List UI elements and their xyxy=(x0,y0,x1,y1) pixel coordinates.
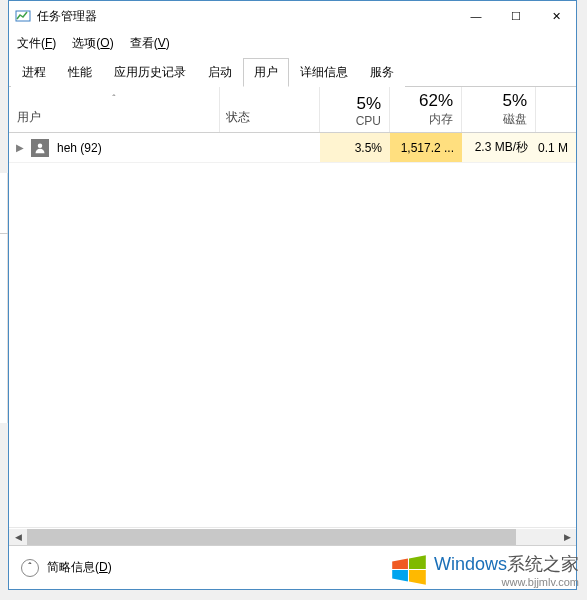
col-header-user[interactable]: 用户 xyxy=(9,105,219,132)
row-cpu: 3.5% xyxy=(320,133,390,162)
svg-point-1 xyxy=(38,143,43,148)
tab-details[interactable]: 详细信息 xyxy=(289,58,359,87)
col-header-disk[interactable]: 5% 磁盘 xyxy=(461,87,535,132)
menubar: 文件(F) 选项(O) 查看(V) xyxy=(9,31,576,55)
row-network: 0.1 M xyxy=(536,133,576,162)
svg-marker-2 xyxy=(392,558,408,569)
content-area: ˆ 用户 状态 5% CPU 62% 内存 5% 磁盘 ▶ xyxy=(9,87,576,589)
svg-marker-3 xyxy=(409,555,426,569)
sort-indicator[interactable]: ˆ xyxy=(9,87,219,105)
user-name: heh (92) xyxy=(57,141,220,155)
tab-performance[interactable]: 性能 xyxy=(57,58,103,87)
watermark-url: www.bjjmlv.com xyxy=(434,576,579,588)
app-icon xyxy=(15,8,31,24)
cpu-label: CPU xyxy=(324,114,381,128)
tab-services[interactable]: 服务 xyxy=(359,58,405,87)
window-title: 任务管理器 xyxy=(37,8,456,25)
row-disk: 2.3 MB/秒 xyxy=(462,133,536,162)
close-button[interactable]: ✕ xyxy=(536,2,576,30)
memory-percent: 62% xyxy=(394,91,453,111)
scroll-left-icon[interactable]: ◀ xyxy=(9,529,27,545)
user-icon xyxy=(31,139,49,157)
col-header-cpu[interactable]: 5% CPU xyxy=(319,87,389,132)
col-header-memory[interactable]: 62% 内存 xyxy=(389,87,461,132)
watermark-text: Windows系统之家 xyxy=(434,552,579,576)
svg-marker-5 xyxy=(409,570,426,585)
svg-marker-4 xyxy=(392,570,408,582)
expand-icon[interactable]: ▶ xyxy=(9,142,31,153)
menu-file[interactable]: 文件(F) xyxy=(17,35,56,52)
tab-startup[interactable]: 启动 xyxy=(197,58,243,87)
watermark: Windows系统之家 www.bjjmlv.com xyxy=(388,540,579,600)
titlebar[interactable]: 任务管理器 — ☐ ✕ xyxy=(9,1,576,31)
tabbar: 进程 性能 应用历史记录 启动 用户 详细信息 服务 xyxy=(9,57,576,87)
table-body: ▶ heh (92) 3.5% 1,517.2 ... 2.3 MB/秒 0.1… xyxy=(9,133,576,527)
memory-label: 内存 xyxy=(394,111,453,128)
minimize-button[interactable]: — xyxy=(456,2,496,30)
menu-view[interactable]: 查看(V) xyxy=(130,35,170,52)
row-memory: 1,517.2 ... xyxy=(390,133,462,162)
col-header-network[interactable] xyxy=(535,87,575,132)
maximize-button[interactable]: ☐ xyxy=(496,2,536,30)
table-row[interactable]: ▶ heh (92) 3.5% 1,517.2 ... 2.3 MB/秒 0.1… xyxy=(9,133,576,163)
table-header: ˆ 用户 状态 5% CPU 62% 内存 5% 磁盘 xyxy=(9,87,576,133)
tab-users[interactable]: 用户 xyxy=(243,58,289,87)
tab-apphistory[interactable]: 应用历史记录 xyxy=(103,58,197,87)
brief-info-link[interactable]: 简略信息(D) xyxy=(47,559,112,576)
cpu-percent: 5% xyxy=(324,94,381,114)
tab-processes[interactable]: 进程 xyxy=(11,58,57,87)
chevron-up-icon[interactable]: ˆ xyxy=(21,559,39,577)
col-header-status[interactable]: 状态 xyxy=(219,87,319,132)
disk-label: 磁盘 xyxy=(466,111,527,128)
task-manager-window: 任务管理器 — ☐ ✕ 文件(F) 选项(O) 查看(V) 进程 性能 应用历史… xyxy=(8,0,577,590)
disk-percent: 5% xyxy=(466,91,527,111)
menu-options[interactable]: 选项(O) xyxy=(72,35,113,52)
background-fragment xyxy=(0,173,8,423)
windows-logo-icon xyxy=(388,549,430,591)
